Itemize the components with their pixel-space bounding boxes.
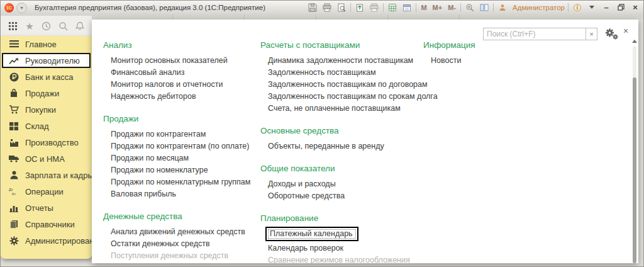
menu-link[interactable]: Монитор налогов и отчетности: [103, 79, 260, 91]
scale-m-plus-button[interactable]: M+: [431, 4, 444, 11]
favorites-star-icon[interactable]: ★: [25, 21, 33, 31]
print-preview-icon[interactable]: [336, 2, 347, 13]
minimize-button[interactable]: –: [601, 2, 612, 13]
sidebar-item-label: ОС и НМА: [25, 154, 65, 164]
scrollbar-thumb[interactable]: [633, 77, 636, 263]
close-window-button[interactable]: ×: [630, 2, 641, 13]
section-title: Информация: [423, 41, 549, 50]
menu-link[interactable]: Объекты, переданные в аренду: [260, 140, 430, 152]
current-user-label[interactable]: Администратор: [513, 4, 565, 11]
1c-logo-icon: 1С: [4, 3, 14, 13]
truck-icon: [8, 155, 19, 162]
section-informatsiya: Информация Новости: [423, 41, 549, 67]
tab-divider: [387, 14, 388, 20]
scale-m-button[interactable]: M: [419, 4, 428, 11]
sidebar-item-proizvodstvo[interactable]: Производство: [1, 134, 92, 151]
menu-link[interactable]: Счета, не оплаченные поставщикам: [260, 103, 430, 115]
system-menu-button[interactable]: ▾: [16, 3, 27, 13]
menu-link[interactable]: Надежность дебиторов: [103, 91, 260, 103]
history-clock-icon[interactable]: [42, 21, 51, 31]
sidebar-item-pokupki[interactable]: Покупки: [1, 101, 92, 118]
panel-close-button[interactable]: ×: [623, 26, 628, 36]
tab-strip: [1, 14, 643, 20]
sections-sidebar: Главное Руководителю Банк и касса Продаж…: [1, 36, 92, 259]
chevron-down-icon[interactable]: [586, 2, 597, 13]
sidebar-item-label: Руководителю: [25, 56, 80, 65]
menu-link[interactable]: Сравнение режимов налогообложения: [260, 254, 430, 266]
print-icon[interactable]: [321, 2, 333, 13]
sidebar-item-sklad[interactable]: Склад: [1, 118, 92, 134]
menu-link[interactable]: Монитор основных показателей: [103, 55, 260, 67]
menu-link[interactable]: Продажи по месяцам: [103, 152, 260, 164]
section-obshchie-pokazateli: Общие показатели Доходы и расходы Оборот…: [260, 164, 430, 202]
search-icon[interactable]: [58, 21, 68, 31]
person-icon: [8, 171, 19, 179]
trend-icon: [8, 57, 19, 65]
save-icon[interactable]: [307, 2, 318, 13]
menu-link[interactable]: Задолженность поставщикам по срокам долг…: [260, 91, 430, 103]
toolbar-separator: [350, 3, 351, 12]
menu-link[interactable]: Продажи по контрагентам: [103, 128, 260, 140]
sidebar-item-prodazhi[interactable]: Продажи: [1, 85, 92, 101]
sales-bag-icon: [8, 89, 19, 98]
menu-link[interactable]: Доходы и расходы: [260, 178, 430, 190]
section-osnovnye-sredstva: Основные средства Объекты, переданные в …: [260, 127, 430, 152]
section-title: Планирование: [260, 214, 430, 223]
menu-link[interactable]: Продажи по номенклатурным группам: [103, 176, 260, 188]
menu-link[interactable]: Остатки денежных средств: [103, 238, 260, 250]
scroll-up-icon[interactable]: [632, 40, 637, 43]
sidebar-item-operatsii[interactable]: ДтКт Операции: [1, 183, 92, 200]
restore-button[interactable]: [615, 2, 626, 13]
print-file-icon[interactable]: [369, 2, 380, 13]
menu-link[interactable]: Финансовый анализ: [103, 67, 260, 79]
sidebar-item-os-i-nma[interactable]: ОС и НМА: [1, 151, 92, 167]
menu-link[interactable]: Задолженность поставщикам: [260, 67, 430, 79]
section-title: Продажи: [103, 115, 260, 123]
section-planirovanie: Планирование Платежный календарь Календа…: [260, 214, 430, 266]
sidebar-item-label: Продажи: [25, 89, 59, 98]
sidebar-item-bank-i-kassa[interactable]: Банк и касса: [1, 69, 92, 85]
sidebar-item-otchety[interactable]: Отчеты: [1, 200, 92, 216]
sidebar-item-rukovoditelyu[interactable]: Руководителю: [2, 53, 91, 68]
dtkt-icon: ДтКт: [8, 187, 19, 196]
info-icon[interactable]: [572, 2, 583, 13]
menu-link[interactable]: Продажи по контрагентам (по оплате): [103, 140, 260, 152]
scale-m-minus-button[interactable]: M-: [447, 4, 457, 11]
sidebar-item-glavnoe[interactable]: Главное: [1, 36, 92, 52]
section-analiz: Анализ Монитор основных показателей Фина…: [103, 41, 260, 103]
menu-link[interactable]: Календарь проверок: [260, 242, 430, 254]
sidebar-item-administrirovanie[interactable]: Администрирование: [1, 232, 92, 249]
menu-link[interactable]: Анализ движений денежных средств: [103, 226, 260, 238]
calculator-icon[interactable]: [387, 2, 398, 13]
sections-menu-icon[interactable]: [8, 21, 18, 31]
titlebar-toolbar: M M+ M- Администратор – ×: [307, 1, 641, 14]
calendar-icon[interactable]: [401, 2, 413, 13]
menu-link[interactable]: Продажи по номенклатуре: [103, 164, 260, 176]
menu-link-payment-calendar[interactable]: Платежный календарь: [265, 227, 358, 241]
sidebar-item-zarplata-i-kadry[interactable]: Зарплата и кадры: [1, 167, 92, 183]
menu-link[interactable]: Задолженность поставщикам по договорам: [260, 79, 430, 91]
user-icon: [497, 2, 508, 13]
title-bar: 1С ▾ Бухгалтерия предприятия (базовая), …: [1, 1, 643, 15]
search-clear-button[interactable]: ×: [586, 28, 597, 40]
split-window-icon[interactable]: [479, 2, 490, 13]
factory-icon: [8, 139, 19, 147]
section-functions-panel: × × Анализ Монитор основных показателей …: [92, 20, 638, 263]
window-title: Бухгалтерия предприятия (базовая), редак…: [35, 4, 265, 11]
menu-link[interactable]: Оборотные средства: [260, 190, 430, 202]
menu-link[interactable]: Валовая прибыль: [103, 188, 260, 200]
tab-divider: [172, 14, 173, 20]
notifications-bell-icon[interactable]: [75, 21, 84, 31]
sidebar-item-spravochniki[interactable]: Справочники: [1, 216, 92, 232]
svg-text:Дт: Дт: [9, 188, 13, 191]
panel-column-1: Анализ Монитор основных показателей Фина…: [103, 41, 260, 267]
search-input[interactable]: [483, 28, 586, 40]
menu-link[interactable]: Поступления денежных средств: [103, 250, 260, 262]
menu-link[interactable]: Новости: [423, 55, 549, 67]
export-icon[interactable]: [354, 2, 365, 13]
section-title: Расчеты с поставщиками: [260, 41, 430, 50]
settings-gears-icon[interactable]: [605, 28, 619, 40]
vertical-scrollbar[interactable]: [632, 40, 637, 263]
menu-link[interactable]: Динамика задолженности поставщикам: [260, 55, 430, 67]
zoom-icon[interactable]: [464, 2, 475, 13]
